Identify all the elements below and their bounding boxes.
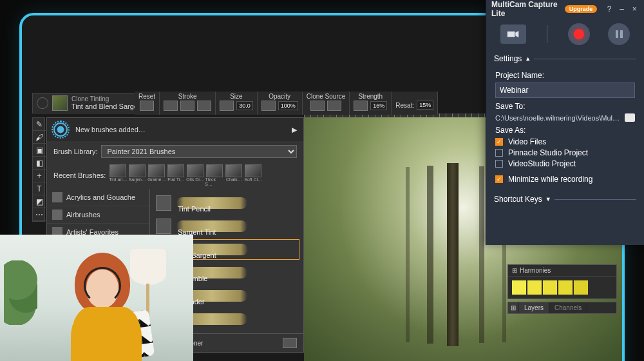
opt-stroke[interactable]: Stroke — [160, 92, 216, 115]
tree-trunk — [447, 163, 459, 346]
recent-brush-thumb[interactable] — [187, 164, 204, 177]
misc-tool-icon[interactable]: ⋯ — [33, 208, 46, 221]
gear-brush-icon[interactable] — [53, 122, 68, 137]
recent-brushes-label: Recent Brushes: — [53, 171, 106, 179]
brush-icon — [156, 195, 171, 211]
reset-icon — [140, 101, 154, 111]
category-icon — [52, 210, 62, 220]
saveas-checkbox[interactable]: Video Files — [495, 137, 635, 146]
brush-row[interactable]: Tint Pencil — [154, 193, 299, 213]
recent-brush-thumb[interactable] — [206, 164, 223, 177]
recent-brush-thumb[interactable] — [167, 164, 184, 177]
harmony-swatch[interactable] — [558, 280, 573, 295]
project-name-input[interactable] — [495, 83, 635, 98]
presenter — [53, 245, 149, 361]
headset-icon — [84, 267, 121, 304]
save-to-label: Save To: — [495, 102, 635, 111]
tool-strip: ✎ 🖌 ▣ ◧ ＋ T ◩ ⋯ — [32, 117, 45, 222]
harmony-swatch[interactable] — [527, 280, 542, 295]
harmony-swatch[interactable] — [543, 280, 557, 295]
fill-tool-icon[interactable]: ▣ — [33, 144, 46, 157]
opt-size[interactable]: Size 30.0 — [216, 92, 258, 115]
webcam-preview — [0, 235, 193, 361]
flyout-arrow-icon[interactable]: ▶ — [292, 126, 297, 134]
minimize-checkbox[interactable]: Minimize while recording — [495, 175, 635, 184]
save-to-path: C:\Users\noelle.wilmering\Videos\Multi… — [495, 114, 620, 122]
tint-thumb-icon — [52, 95, 68, 111]
chevron-down-icon: ▼ — [545, 196, 551, 202]
tint-header: Clone Tinting Tint and Blend Sargent — [32, 93, 148, 113]
opt-clone-source[interactable]: Clone Source — [303, 92, 350, 115]
brush-library-label: Brush Library: — [53, 148, 97, 155]
opacity-icon — [261, 101, 276, 111]
clone-tool-icon[interactable]: ◩ — [33, 195, 46, 208]
record-button[interactable] — [568, 23, 590, 45]
checkbox-icon — [495, 175, 503, 183]
layers-panel: ⊞ Layers Channels — [507, 302, 617, 314]
recent-brush-thumb[interactable] — [129, 164, 146, 177]
refresh-icon[interactable] — [37, 97, 48, 109]
app-title: MultiCam Capture Lite — [491, 0, 561, 18]
brush-category[interactable]: Acrylics and Gouache — [47, 189, 149, 206]
compat-icon[interactable] — [283, 338, 297, 348]
saveas-checkbox[interactable]: VideoStudio Project — [495, 159, 635, 168]
shortcut-keys-header[interactable]: Shortcut Keys▼ — [486, 191, 644, 205]
recent-brush-thumb[interactable] — [109, 164, 126, 177]
saveas-checkbox[interactable]: Pinnacle Studio Project — [495, 148, 635, 157]
harmony-swatch[interactable] — [574, 280, 588, 295]
recent-brushes-row: Recent Brushes: Tint an…Sarjen…Graine…Fl… — [47, 162, 303, 189]
brush-icon — [156, 219, 171, 234]
opt-opacity[interactable]: Opacity 100% — [258, 92, 303, 115]
project-name-label: Project Name: — [495, 71, 635, 80]
multicam-panel: MultiCam Capture Lite Upgrade ? – × Sett… — [486, 0, 644, 245]
opt-resat[interactable]: . Resat:15% — [392, 92, 438, 115]
opt-strength[interactable]: Strength 16% — [350, 92, 392, 115]
harmonies-panel: ⊞Harmonies — [507, 264, 617, 299]
expand-icon[interactable]: ⊞ — [512, 267, 517, 274]
eyedropper-icon[interactable]: ✎ — [33, 118, 46, 131]
brush-library-select[interactable]: Painter 2021 Brushes — [101, 145, 297, 158]
checkbox-icon — [495, 160, 503, 168]
tint-small: Clone Tinting — [71, 95, 144, 102]
pause-button[interactable] — [608, 23, 630, 45]
save-as-label: Save As: — [495, 126, 635, 135]
help-icon[interactable]: ? — [605, 4, 614, 14]
harmonies-title: Harmonies — [520, 267, 551, 274]
minimize-icon[interactable]: – — [618, 4, 627, 14]
category-icon — [52, 192, 62, 202]
harmony-swatch[interactable] — [512, 280, 526, 295]
tab-layers[interactable]: Layers — [519, 302, 549, 313]
new-brushes-label: New brushes added… — [75, 126, 284, 133]
shape-tool-icon[interactable]: ◧ — [33, 157, 46, 170]
tint-main: Tint and Blend Sargent — [71, 102, 144, 110]
recent-brush-thumb[interactable] — [148, 164, 165, 177]
brush-tool-icon[interactable]: 🖌 — [33, 131, 46, 144]
checkbox-icon — [495, 149, 503, 157]
brush-size-icon — [220, 101, 234, 111]
brush-category[interactable]: Airbrushes — [47, 206, 149, 224]
plant-icon — [4, 260, 37, 325]
brush-row[interactable]: Sargent Tint — [154, 216, 299, 237]
chevron-up-icon: ▲ — [525, 55, 531, 62]
record-icon — [574, 29, 584, 39]
camera-settings-button[interactable] — [500, 24, 526, 44]
settings-header[interactable]: Settings▲ — [486, 50, 644, 64]
recent-brush-thumb[interactable] — [225, 164, 242, 177]
close-icon[interactable]: × — [630, 4, 639, 14]
camera-icon — [507, 30, 520, 39]
upgrade-badge[interactable]: Upgrade — [565, 5, 598, 13]
expand-icon[interactable]: ⊞ — [508, 302, 519, 313]
text-tool-icon[interactable]: T — [33, 182, 46, 195]
folder-icon[interactable] — [625, 113, 635, 122]
option-bar: Reset Stroke Size 30.0 Opacity 100% Clon… — [135, 92, 438, 115]
checkbox-icon — [495, 138, 503, 146]
plus-tool-icon[interactable]: ＋ — [33, 170, 46, 182]
opt-reset[interactable]: Reset — [135, 92, 160, 115]
tab-channels[interactable]: Channels — [549, 302, 587, 313]
recent-brush-thumb[interactable] — [245, 164, 261, 177]
